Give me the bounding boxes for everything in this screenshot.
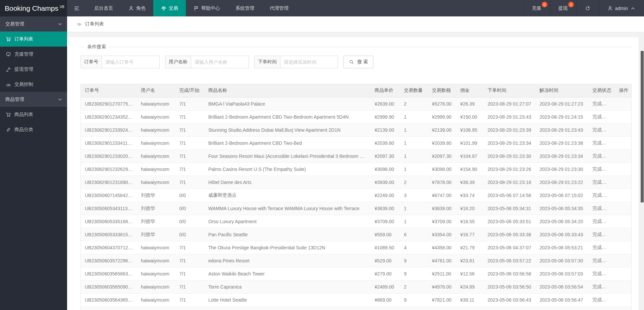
cart-icon [6,112,11,117]
table-cell: 1 [400,123,428,136]
table-cell: 完成付款 [588,254,615,267]
table-row[interactable]: UB2305060356586301haiwaiymcom7/1Aston Wa… [81,267,631,280]
table-cell: haiwaiymcom [137,97,175,110]
table-cell: ¥39.11 [456,293,483,306]
table-cell [615,110,631,123]
table-cell: Orso Luxury Apartment [204,215,371,228]
table-row[interactable]: UB2308290123302018haiwaiymcom7/1Four Sea… [81,149,631,163]
table-row[interactable]: UB2308290123262985haiwaiymcom7/1Palms Ca… [81,163,631,176]
table-cell: BMGA l ViaPaola43 Palace [204,97,371,110]
table-cell: 2023-05-06 04:37:07 [484,241,536,254]
table-cell: 4 [400,241,428,254]
table-cell: ¥2511.00 [428,267,456,280]
table-cell: ¥3098.00 [371,163,400,176]
refresh-button[interactable] [576,0,599,16]
search-button[interactable]: 搜 索 [343,56,373,68]
sidebar-item-product-list[interactable]: 商品列表 [0,107,67,122]
sidebar-item-trade-control[interactable]: 交易控制 [0,77,67,92]
table-cell [615,215,631,228]
table-cell: ¥3709.00 [428,215,456,228]
field-label: 订单号 [80,56,102,68]
table-row[interactable]: UB2305060714584204刘德华0/0威廉斯堡酒店¥2249.003¥… [81,189,631,202]
table-cell: Pan Pacific Seattle [204,228,371,241]
menu-toggle-icon[interactable] [67,0,87,16]
table-row[interactable]: UB2305060437071221haiwaiymcom7/1The Okur… [81,241,631,254]
topnav-item-dashboard-home[interactable]: 后台首页 [87,0,121,16]
table-cell: ¥154.90 [456,163,483,176]
table-row[interactable]: UB2305060533516881刘德华0/0Orso Luxury Apar… [81,215,631,228]
table-row[interactable]: UB2308290123435205haiwaiymcom7/1Brillian… [81,110,631,123]
sidebar-item-product-category[interactable]: 商品分类 [0,122,67,137]
table-cell: 2023-05-06 03:56:54 [535,280,588,293]
table-row[interactable]: UB2305060357229663haiwaiymcom7/1edona Pi… [81,254,631,267]
table-cell: ¥559.00 [371,228,400,241]
table-cell [615,293,631,306]
app-logo[interactable]: Booking ChampsV8 [0,0,67,16]
table-cell: 0/0 [175,215,204,228]
table-row[interactable]: UB2305060533381597刘德华0/0Pan Pacific Seat… [81,228,631,241]
notification-badge: 0 [568,2,574,7]
table-cell: ¥18.48 [456,306,483,310]
table-row[interactable]: UB2308290123341141haiwaiymcom7/1Brillian… [81,136,631,149]
sidebar-item-withdraw-management[interactable]: 提现管理 [0,62,67,77]
recharge-button[interactable]: 充值0 [523,0,550,16]
sidebar-item-recharge-management[interactable]: 充值管理 [0,47,67,62]
search-legend: 条件搜索 [84,44,109,50]
table-cell: ¥21.79 [456,241,483,254]
topnav-item-help-center[interactable]: 帮助中心 [186,0,228,16]
table-cell [615,189,631,202]
table-cell: UB2308290123341141 [81,136,137,149]
user-menu[interactable]: admin [599,0,644,16]
order-time-input[interactable] [280,56,338,68]
table-cell: 2023-05-06 05:33:43 [535,228,588,241]
table-cell: 完成付款 [588,306,615,310]
table-cell: The Okura Prestige Bangkok-Presidential … [204,241,371,254]
user-icon [128,6,134,11]
scrollbar-thumb[interactable] [641,51,644,202]
table-row[interactable]: UB2305060356326989haiwaiymcom7/1Grand Hy… [81,306,631,310]
table-row[interactable]: UB2308290123189030haiwaiymcom7/1Hôtel Da… [81,176,631,189]
table-cell: 2023-08-29 01:23:18 [484,176,536,189]
topnav-item-trade[interactable]: 交易 [153,0,186,16]
table-cell: 5 [400,306,428,310]
table-cell: ¥104.87 [456,149,483,163]
withdraw-button[interactable]: 提现0 [550,0,576,16]
table-cell: 2023-05-06 05:34:20 [535,215,588,228]
column-header: 订单号 [81,84,137,97]
brand-version: V8 [60,5,64,9]
column-header: 交易状态 [588,84,615,97]
table-cell: UB2305060714584204 [81,189,137,202]
table-row[interactable]: UB2308290123392479haiwaiymcom7/1Stunning… [81,123,631,136]
table-row[interactable]: UB2305060534311307刘德华0/0WAMMA Luxury Hou… [81,202,631,215]
sidebar-group-trade-management[interactable]: 交易管理 [0,16,67,32]
table-cell: Grand Hyatt Seattle [204,306,371,310]
topnav-item-system-management[interactable]: 系统管理 [228,0,262,16]
table-row[interactable]: UB2308290127077536haiwaiymcom7/1BMGA l V… [81,97,631,110]
table-cell: ¥3695.00 [428,306,456,310]
table-cell: 7/1 [175,123,204,136]
topnav-item-agent-management[interactable]: 代理管理 [262,0,296,16]
table-cell: 2023-08-29 01:23:26 [484,163,536,176]
table-row[interactable]: UB2305060356509049haiwaiymcom7/1Torre Ca… [81,280,631,293]
sidebar-item-order-list[interactable]: 订单列表 [0,32,67,47]
table-cell: ¥33.74 [456,189,483,202]
search-row: 订单号用户名称下单时间搜 索 [80,56,632,68]
sidebar-group-product-management[interactable]: 商品管理 [0,92,67,107]
sidebar-nav: 交易管理订单列表充值管理提现管理交易控制商品管理商品列表商品分类 [0,16,67,137]
username-input[interactable] [191,56,249,68]
table-cell: 7/1 [175,241,204,254]
table-cell: 0/0 [175,228,204,241]
search-panel: 条件搜索 订单号用户名称下单时间搜 索 [80,44,632,68]
table-row[interactable]: UB2305060356436524haiwaiymcom7/1Lotte Ho… [81,293,631,306]
topnav-item-roles[interactable]: 角色 [121,0,153,16]
order-no-input[interactable] [102,56,160,68]
scrollbar[interactable] [639,32,644,310]
table-cell: 0/0 [175,189,204,202]
column-header: 交易数量 [400,84,428,97]
table-cell: 完成付款 [588,228,615,241]
orders-table: 订单号用户名完成/开始商品名称商品单价交易数量交易数额佣金下单时间解冻时间交易状… [81,84,631,310]
table-cell: 刘德华 [137,228,175,241]
table-cell: UB2308290127077536 [81,97,137,110]
table-cell: ¥7821.00 [428,293,456,306]
table-cell: 2023-05-06 03:56:43 [484,293,536,306]
